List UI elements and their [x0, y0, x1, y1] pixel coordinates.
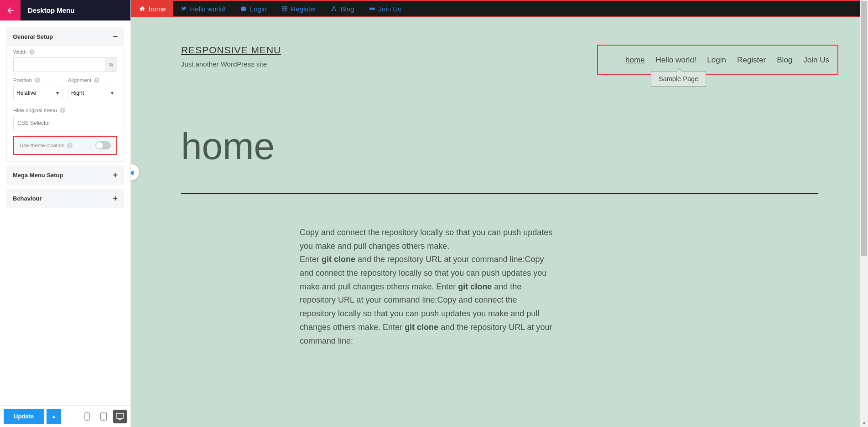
svg-point-11 [335, 10, 337, 11]
help-icon[interactable]: ? [94, 77, 99, 83]
hide-original-input[interactable] [13, 116, 117, 130]
settings-sidebar: Desktop Menu General Setup − Width ? % [0, 0, 131, 427]
help-icon[interactable]: ? [67, 143, 73, 148]
panel-general-setup: General Setup − Width ? % [6, 27, 124, 162]
topnav-label: home [149, 5, 166, 13]
alignment-select[interactable]: Right [68, 86, 117, 100]
help-icon[interactable]: ? [60, 108, 65, 113]
mobile-icon[interactable] [80, 410, 94, 423]
nav-item-home[interactable]: home [625, 56, 645, 65]
panel-title: General Setup [13, 33, 53, 40]
twitter-icon [181, 5, 187, 12]
scroll-thumb[interactable] [861, 1, 867, 256]
preview-frame: ◀ home Hello world! Login Register [131, 0, 868, 427]
field-theme-location: Use theme location ? [13, 136, 117, 155]
briefcase-icon [240, 5, 247, 12]
sidebar-title: Desktop Menu [28, 6, 75, 14]
svg-rect-4 [116, 413, 124, 418]
help-icon[interactable]: ? [29, 49, 35, 55]
grid-icon [281, 5, 288, 12]
topnav-label: Blog [340, 5, 354, 13]
field-width: Width ? % [13, 49, 117, 72]
settings-panels: General Setup − Width ? % [0, 21, 130, 405]
page-preview: ◀ home Hello world! Login Register [131, 0, 868, 427]
code-bold: git clone [322, 255, 355, 264]
site-brand: RESPONSIVE MENU Just another WordPress s… [181, 45, 281, 68]
width-label: Width ? [13, 49, 117, 55]
site-tagline: Just another WordPress site [181, 60, 281, 68]
hide-original-label: Hide original menu ? [13, 108, 117, 113]
page-body: RESPONSIVE MENU Just another WordPress s… [131, 45, 868, 348]
nav-dropdown-item[interactable]: Sample Page [651, 71, 706, 87]
sidebar-footer: Update ▲ [0, 405, 130, 427]
panel-title: Behaviour [13, 195, 42, 202]
topnav-label: Login [250, 5, 267, 13]
theme-location-label: Use theme location ? [20, 143, 73, 148]
position-select[interactable]: Relative [13, 86, 62, 100]
handshake-icon [369, 5, 375, 12]
field-position: Position ? Relative [13, 77, 62, 100]
home-icon [139, 5, 146, 12]
topnav-item-home[interactable]: home [132, 1, 173, 16]
alignment-label: Alignment ? [68, 77, 117, 83]
topnav-item-login[interactable]: Login [233, 1, 274, 16]
page-content: Copy and connect the repository locally … [300, 226, 555, 348]
width-input[interactable] [13, 57, 105, 72]
svg-point-3 [103, 419, 104, 420]
panel-head-mega[interactable]: Mega Menu Setup + [6, 165, 124, 185]
sidebar-header: Desktop Menu [0, 0, 130, 21]
svg-point-10 [332, 10, 333, 11]
code-bold: git clone [405, 323, 438, 332]
help-icon[interactable]: ? [35, 77, 40, 83]
panel-behaviour: Behaviour + [6, 189, 124, 208]
topnav-item-blog[interactable]: Blog [323, 1, 361, 16]
expand-icon: + [113, 170, 118, 180]
topnav-label: Join Us [379, 5, 401, 13]
panel-mega-menu: Mega Menu Setup + [6, 165, 124, 185]
collapse-icon: − [113, 32, 118, 41]
tablet-icon[interactable] [97, 410, 110, 423]
theme-location-toggle[interactable] [95, 141, 111, 149]
update-button[interactable]: Update [4, 409, 44, 424]
scroll-down-icon[interactable]: ▾ [860, 419, 868, 427]
topnav-label: Hello world! [190, 5, 226, 13]
topnav-item-joinus[interactable]: Join Us [362, 1, 409, 16]
expand-icon: + [113, 194, 118, 203]
topnav-highlight: home Hello world! Login Register Blog [131, 0, 868, 17]
code-bold: git clone [458, 282, 492, 291]
panel-title: Mega Menu Setup [13, 172, 63, 179]
panel-body-general: Width ? % Position ? [6, 46, 124, 162]
paragraph-text: Copy and connect the repository locally … [300, 228, 552, 251]
topnav: home Hello world! Login Register Blog [132, 1, 867, 16]
field-hide-original: Hide original menu ? [13, 108, 117, 130]
divider [181, 193, 818, 194]
site-nav: home Hello world! Login Register Blog Jo… [625, 56, 829, 65]
nav-item-joinus[interactable]: Join Us [803, 56, 829, 65]
site-header: RESPONSIVE MENU Just another WordPress s… [158, 45, 841, 75]
share-icon [331, 5, 337, 12]
svg-rect-5 [119, 419, 121, 420]
nav-item-hello[interactable]: Hello world! [656, 56, 696, 65]
back-button[interactable] [0, 0, 21, 21]
nav-item-blog[interactable]: Blog [777, 56, 792, 65]
device-preview-switcher [80, 410, 127, 423]
preview-scrollbar[interactable]: ▴ ▾ [860, 0, 868, 427]
nav-item-login[interactable]: Login [707, 56, 726, 65]
update-dropdown[interactable]: ▲ [47, 409, 61, 424]
desktop-icon[interactable] [113, 410, 127, 423]
nav-item-register[interactable]: Register [737, 56, 766, 65]
svg-point-1 [87, 419, 88, 420]
panel-head-behaviour[interactable]: Behaviour + [6, 189, 124, 208]
site-title[interactable]: RESPONSIVE MENU [181, 45, 281, 56]
page-heading: home [181, 125, 841, 168]
field-alignment: Alignment ? Right [68, 77, 117, 100]
width-unit[interactable]: % [105, 57, 117, 72]
topnav-label: Register [291, 5, 317, 13]
position-label: Position ? [13, 77, 62, 83]
site-nav-highlight: home Hello world! Login Register Blog Jo… [597, 45, 838, 75]
panel-head-general[interactable]: General Setup − [6, 27, 124, 46]
topnav-item-hello[interactable]: Hello world! [173, 1, 233, 16]
topnav-item-register[interactable]: Register [274, 1, 324, 16]
arrow-left-icon [6, 6, 15, 15]
paragraph-text: Enter [300, 255, 322, 264]
